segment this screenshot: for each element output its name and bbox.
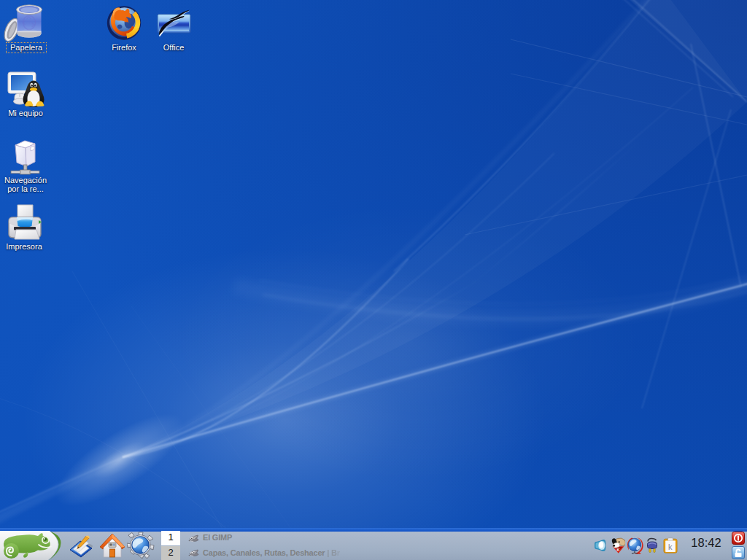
- svg-text:k: k: [668, 542, 673, 551]
- svg-text:K: K: [616, 548, 619, 552]
